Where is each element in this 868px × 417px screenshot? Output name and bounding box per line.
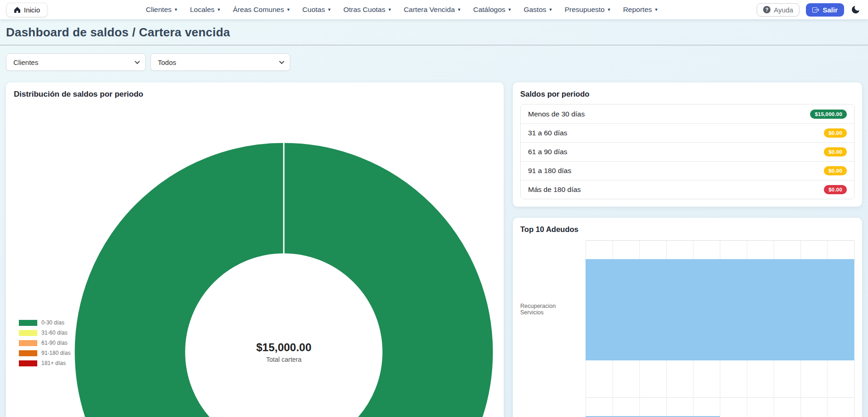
amount-badge: $0.00: [824, 185, 847, 194]
menu-item-label: Cuotas: [302, 6, 325, 14]
legend-item[interactable]: 31-60 días: [19, 330, 70, 336]
legend-label: 181+ días: [41, 360, 66, 366]
donut-total-label: Total cartera: [256, 356, 311, 363]
donut-total-value: $15,000.00: [256, 341, 311, 354]
top10-bar-chart[interactable]: Recuperacion Servicios: [520, 240, 855, 417]
home-button[interactable]: Inicio: [6, 3, 47, 17]
top-navbar: Inicio Clientes▼ Locales▼ Áreas Comunes▼…: [0, 0, 868, 19]
saldos-row-label: 91 a 180 días: [528, 167, 571, 175]
filters-bar: Clientes Todos: [0, 46, 868, 71]
saldos-list: Menos de 30 días $15,000.00 31 a 60 días…: [520, 104, 855, 199]
donut-center-text: $15,000.00 Total cartera: [256, 341, 311, 363]
saldos-row-label: Más de 180 días: [528, 185, 581, 194]
menu-item-label: Presupuesto: [564, 6, 604, 14]
top10-plot-area: [586, 240, 855, 417]
menu-item-label: Catálogos: [473, 6, 506, 14]
question-icon: ?: [763, 6, 770, 13]
home-icon: [14, 6, 21, 13]
caret-down-icon: ▼: [327, 8, 331, 12]
menu-item-label: Locales: [190, 6, 214, 14]
top10-category-label: [520, 378, 586, 417]
saldos-row-91-180[interactable]: 91 a 180 días $0.00: [521, 161, 854, 180]
right-column: Saldos por periodo Menos de 30 días $15,…: [513, 82, 862, 417]
legend-swatch: [19, 340, 37, 346]
amount-badge: $0.00: [824, 166, 847, 175]
legend-item[interactable]: 0-30 días: [19, 319, 70, 326]
clientes-select[interactable]: Clientes: [6, 53, 146, 71]
menu-item-reportes[interactable]: Reportes▼: [623, 6, 658, 14]
dark-mode-toggle[interactable]: [851, 4, 862, 15]
todos-select-value: Todos: [158, 58, 176, 66]
top10-bar-row: [586, 397, 854, 417]
menu-item-gastos[interactable]: Gastos▼: [523, 6, 552, 14]
caret-down-icon: ▼: [607, 8, 611, 12]
navbar-right-group: ? Ayuda Salir: [757, 3, 862, 17]
menu-item-locales[interactable]: Locales▼: [190, 6, 221, 14]
menu-item-clientes[interactable]: Clientes▼: [146, 6, 178, 14]
legend-swatch: [19, 320, 37, 326]
caret-down-icon: ▼: [549, 8, 553, 12]
saldos-row-61-90[interactable]: 61 a 90 días $0.00: [521, 142, 854, 161]
help-button[interactable]: ? Ayuda: [757, 3, 799, 17]
amount-badge: $15,000.00: [810, 110, 847, 119]
caret-down-icon: ▼: [174, 8, 178, 12]
legend-label: 61-90 días: [41, 340, 68, 346]
caret-down-icon: ▼: [286, 8, 290, 12]
menu-item-areas-comunes[interactable]: Áreas Comunes▼: [233, 6, 290, 14]
caret-down-icon: ▼: [508, 8, 512, 12]
saldos-card-title: Saldos por periodo: [520, 90, 855, 98]
page-header: Dashboard de saldos / Cartera vencida: [0, 19, 868, 46]
logout-button-label: Salir: [822, 6, 838, 14]
menu-item-catalogos[interactable]: Catálogos▼: [473, 6, 512, 14]
top10-category-label: Recuperacion Servicios: [520, 240, 586, 378]
menu-item-otras-cuotas[interactable]: Otras Cuotas▼: [343, 6, 391, 14]
menu-item-label: Otras Cuotas: [343, 6, 385, 14]
saldos-row-31-60[interactable]: 31 a 60 días $0.00: [521, 123, 854, 142]
caret-down-icon: ▼: [217, 8, 221, 12]
top10-bar-row: [586, 259, 854, 397]
caret-down-icon: ▼: [388, 8, 392, 12]
legend-swatch: [19, 350, 37, 356]
legend-item[interactable]: 91-180 días: [19, 350, 70, 356]
chevron-down-icon: [135, 59, 140, 64]
saldos-row-menos-30[interactable]: Menos de 30 días $15,000.00: [521, 104, 854, 123]
legend-swatch: [19, 360, 37, 366]
saldos-row-mas-180[interactable]: Más de 180 días $0.00: [521, 180, 854, 199]
top10-axis-labels: Recuperacion Servicios: [520, 240, 586, 417]
todos-select[interactable]: Todos: [150, 53, 290, 71]
menu-item-label: Cartera Vencida: [404, 6, 455, 14]
menu-item-cartera-vencida[interactable]: Cartera Vencida▼: [404, 6, 461, 14]
saldos-row-label: 31 a 60 días: [528, 129, 567, 137]
logout-button[interactable]: Salir: [806, 3, 844, 17]
main-menu: Clientes▼ Locales▼ Áreas Comunes▼ Cuotas…: [146, 6, 658, 14]
menu-item-label: Clientes: [146, 6, 172, 14]
clientes-select-value: Clientes: [13, 58, 38, 66]
top10-bar[interactable]: [586, 259, 854, 360]
saldos-row-label: 61 a 90 días: [528, 148, 567, 156]
caret-down-icon: ▼: [654, 8, 658, 12]
chevron-down-icon: [279, 59, 284, 64]
amount-badge: $0.00: [824, 147, 847, 156]
legend-label: 0-30 días: [41, 319, 64, 326]
help-button-label: Ayuda: [774, 6, 793, 14]
menu-item-cuotas[interactable]: Cuotas▼: [302, 6, 331, 14]
main-content: Distribución de saldos por periodo $15,0…: [0, 71, 868, 417]
legend-item[interactable]: 61-90 días: [19, 340, 70, 346]
top10-card-title: Top 10 Adeudos: [520, 225, 855, 234]
logout-icon: [812, 6, 819, 13]
caret-down-icon: ▼: [457, 8, 461, 12]
top10-card: Top 10 Adeudos Recuperacion Servicios: [513, 218, 862, 417]
legend-label: 31-60 días: [41, 330, 68, 336]
amount-badge: $0.00: [824, 128, 847, 138]
menu-item-label: Áreas Comunes: [233, 6, 284, 14]
saldos-card: Saldos por periodo Menos de 30 días $15,…: [513, 82, 862, 207]
home-button-label: Inicio: [24, 6, 40, 14]
menu-item-presupuesto[interactable]: Presupuesto▼: [564, 6, 611, 14]
menu-item-label: Gastos: [523, 6, 546, 14]
legend-item[interactable]: 181+ días: [19, 360, 70, 366]
legend-label: 91-180 días: [41, 350, 70, 356]
donut-chart[interactable]: [6, 82, 504, 417]
donut-legend: 0-30 días 31-60 días 61-90 días 91-180 d…: [19, 319, 70, 366]
legend-swatch: [19, 330, 37, 336]
donut-chart-card: Distribución de saldos por periodo $15,0…: [6, 82, 504, 417]
